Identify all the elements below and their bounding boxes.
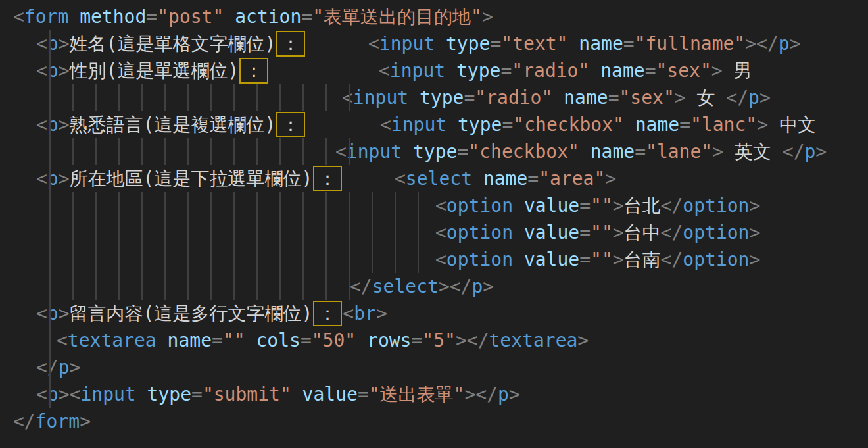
punctuation-token: > [483, 276, 494, 297]
code-segment: <option value="">台南</option> [435, 246, 760, 273]
code-line[interactable]: </form> [13, 408, 868, 435]
code-line[interactable]: <p>留言内容(這是多行文字欄位)：<br> [13, 300, 868, 327]
punctuation-token: > [613, 222, 624, 243]
indent-guide [49, 192, 419, 219]
punctuation-token: > [815, 141, 827, 162]
punctuation-token: < [335, 141, 347, 162]
code-line[interactable]: <form method="post" action="表單送出的目的地"> [13, 3, 868, 30]
code-line[interactable]: <option value="">台中</option> [13, 219, 868, 246]
string-token: "radio" [512, 60, 589, 82]
punctuation-token: </ [661, 195, 683, 216]
punctuation-token: </ [783, 141, 805, 162]
text-token: 所在地區(這是下拉選單欄位) [70, 168, 313, 189]
code-segment: <p>姓名(這是單格文字欄位)： [36, 30, 306, 57]
string-token: "表單送出的目的地" [312, 6, 482, 28]
punctuation-token: < [36, 114, 47, 136]
punctuation-token: = [191, 384, 203, 405]
tag-token: select [406, 168, 472, 189]
punctuation-token: = [635, 141, 646, 162]
string-token: "5" [422, 330, 456, 351]
whitespace-token [136, 384, 147, 405]
string-token: "sex" [656, 60, 711, 82]
code-line[interactable]: <input type="radio" name="sex"> 女 </p> [13, 84, 868, 111]
code-line[interactable]: <p><input type="submit" value="送出表單"></p… [13, 381, 868, 408]
whitespace-token [552, 87, 564, 109]
punctuation-token: = [645, 60, 656, 82]
whitespace-token [157, 330, 168, 351]
string-token: "checkbox" [468, 141, 579, 162]
attribute-token: method [80, 6, 146, 28]
code-segment: </form> [13, 408, 91, 435]
code-line[interactable]: </p> [13, 354, 868, 381]
string-token: "lanc" [690, 114, 757, 136]
text-token: 台中 [624, 222, 661, 243]
code-line[interactable]: <p>性別(這是單選欄位)：<input type="radio" name="… [13, 57, 868, 84]
unicode-highlight-box: ： [276, 31, 305, 57]
tag-token: input [390, 60, 445, 82]
punctuation-token: = [527, 168, 539, 189]
indent-guide [49, 273, 350, 300]
string-token: "" [591, 249, 613, 270]
code-segment-aligned: <select name="area"> [395, 165, 616, 192]
attribute-token: name [168, 330, 212, 351]
text-token: 性別(這是單選欄位) [70, 60, 239, 82]
code-line[interactable]: <option value="">台南</option> [13, 246, 868, 273]
punctuation-token: > [464, 384, 475, 405]
punctuation-token: </ [661, 222, 683, 243]
punctuation-token: > [439, 276, 450, 297]
code-segment: </select></p> [350, 273, 494, 300]
punctuation-token: > [712, 141, 723, 162]
code-line[interactable]: <option value="">台北</option> [13, 192, 868, 219]
whitespace-token [567, 33, 579, 55]
attribute-token: name [635, 114, 679, 136]
punctuation-token: = [502, 114, 513, 136]
punctuation-token: </ [661, 249, 683, 270]
unicode-highlight-box: ： [276, 112, 305, 137]
punctuation-token: > [376, 303, 387, 324]
tag-token: input [80, 384, 135, 405]
punctuation-token: > [613, 249, 624, 270]
punctuation-token: = [301, 6, 312, 28]
attribute-token: name [591, 141, 635, 162]
code-line[interactable]: <input type="checkbox" name="lane"> 英文 <… [13, 138, 868, 165]
text-token: 姓名(這是單格文字欄位) [70, 33, 276, 55]
attribute-token: rows [367, 330, 411, 351]
code-line[interactable]: <p>所在地區(這是下拉選單欄位)：<select name="area"> [13, 165, 868, 192]
punctuation-token: < [380, 114, 391, 136]
code-segment: <p>所在地區(這是下拉選單欄位)： [36, 165, 343, 192]
punctuation-token: = [146, 6, 157, 28]
punctuation-token: = [579, 222, 591, 243]
punctuation-token: < [70, 384, 81, 405]
code-line[interactable]: <textarea name="" cols="50" rows="5"></t… [13, 327, 868, 354]
punctuation-token: = [500, 60, 512, 82]
punctuation-token: > [456, 330, 467, 351]
code-line[interactable]: <p>姓名(這是單格文字欄位)：<input type="text" name=… [13, 30, 868, 57]
punctuation-token: > [760, 87, 771, 109]
string-token: "lane" [646, 141, 712, 162]
tag-token: p [47, 168, 59, 189]
punctuation-token: < [435, 195, 446, 216]
tag-token: input [379, 33, 435, 55]
punctuation-token: </ [467, 330, 489, 351]
attribute-token: value [524, 249, 579, 270]
punctuation-token: = [301, 330, 312, 351]
unicode-highlight-box: ： [239, 58, 268, 84]
attribute-token: value [524, 195, 579, 216]
punctuation-token: > [757, 114, 768, 136]
tag-token: textarea [489, 330, 578, 351]
code-editor[interactable]: <form method="post" action="表單送出的目的地"><p… [0, 0, 868, 448]
punctuation-token: < [13, 6, 24, 28]
tag-token: p [47, 114, 59, 136]
tag-token: p [471, 276, 483, 297]
punctuation-token: > [790, 33, 801, 55]
whitespace-token [245, 330, 256, 351]
code-line[interactable]: <p>熟悉語言(這是複選欄位)：<input type="checkbox" n… [13, 111, 868, 138]
text-token: 熟悉語言(這是複選欄位) [70, 114, 276, 136]
code-segment-aligned: <input type="text" name="fullname"></p> [368, 30, 801, 57]
attribute-token: type [446, 33, 490, 55]
tag-token: option [446, 249, 513, 270]
code-segment: <input type="checkbox" name="lane"> 英文 <… [335, 138, 827, 165]
code-line[interactable]: </select></p> [13, 273, 868, 300]
punctuation-token: = [212, 330, 223, 351]
whitespace-token [402, 141, 413, 162]
